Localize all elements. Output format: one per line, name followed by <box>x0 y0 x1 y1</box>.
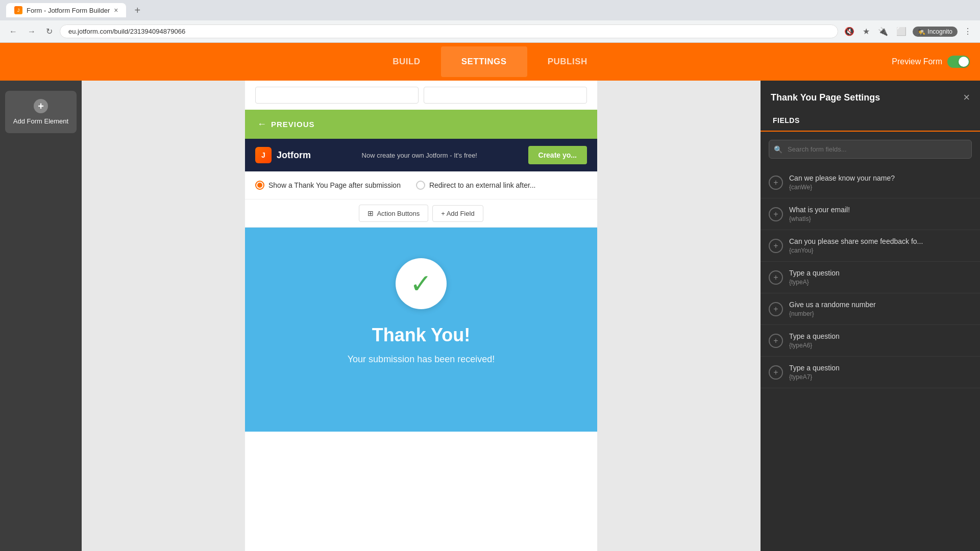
address-bar[interactable]: eu.jotform.com/build/231394094879066 <box>60 24 838 38</box>
prev-button-label: PREVIOUS <box>271 120 315 129</box>
field-info-5: Type a question {typeA6} <box>789 332 972 349</box>
form-canvas: ← PREVIOUS J Jotform Now create your own… <box>82 81 761 551</box>
app-header-nav: BUILD SETTINGS PUBLISH <box>372 46 608 77</box>
field-key-2: {canYou} <box>789 247 972 254</box>
field-item: + Type a question {typeA} <box>761 262 980 293</box>
tab-close-button[interactable]: × <box>114 6 118 14</box>
field-name-0: Can we please know your name? <box>789 174 972 182</box>
action-buttons-icon: ⊞ <box>368 209 374 217</box>
thankyou-title: Thank You! <box>372 324 471 346</box>
field-name-5: Type a question <box>789 332 972 340</box>
panel-tabs: FIELDS <box>761 110 980 132</box>
add-field-button[interactable]: + Add Field <box>432 205 483 222</box>
bookmark-icon[interactable]: ★ <box>861 24 872 38</box>
url-text: eu.jotform.com/build/231394094879066 <box>68 28 829 35</box>
browser-chrome: J Form - Jotform Form Builder × + ← → ↻ … <box>0 0 980 43</box>
redirect-option[interactable]: Redirect to an external link after... <box>416 181 536 190</box>
field-info-6: Type a question {typeA7} <box>789 364 972 381</box>
field-info-2: Can you please share some feedback fo...… <box>789 237 972 254</box>
toggle-knob <box>959 57 969 67</box>
field-info-1: What is your email! {whatIs} <box>789 206 972 222</box>
form-canvas-inner: ← PREVIOUS J Jotform Now create your own… <box>245 81 597 551</box>
tab-build[interactable]: BUILD <box>372 46 440 77</box>
field-add-button-1[interactable]: + <box>769 207 783 221</box>
field-key-5: {typeA6} <box>789 342 972 349</box>
browser-tab[interactable]: J Form - Jotform Form Builder × <box>6 3 126 17</box>
action-buttons-row: ⊞ Action Buttons + Add Field <box>245 199 597 228</box>
field-add-button-3[interactable]: + <box>769 270 783 285</box>
field-item: + Can you please share some feedback fo.… <box>761 230 980 262</box>
create-button[interactable]: Create yo... <box>528 146 587 164</box>
field-item: + Type a question {typeA7} <box>761 357 980 388</box>
field-info-4: Give us a randome number {number} <box>789 300 972 317</box>
top-input-row <box>245 81 597 110</box>
search-box: 🔍 <box>769 140 972 159</box>
field-add-button-4[interactable]: + <box>769 302 783 316</box>
add-element-icon: + <box>34 99 48 113</box>
browser-toolbar: ← → ↻ eu.jotform.com/build/2313940948790… <box>0 20 980 43</box>
add-field-label: + Add Field <box>441 210 474 217</box>
prev-section: ← PREVIOUS <box>245 110 597 139</box>
field-add-button-2[interactable]: + <box>769 239 783 253</box>
incognito-badge: 🕵 Incognito <box>913 27 958 37</box>
window-icon[interactable]: ⬜ <box>894 24 909 38</box>
tab-title: Form - Jotform Form Builder <box>27 7 110 14</box>
top-input-1[interactable] <box>255 87 419 104</box>
search-icon: 🔍 <box>774 145 782 154</box>
preview-form-section: Preview Form <box>892 56 970 68</box>
thankyou-options: Show a Thank You Page after submission R… <box>245 171 597 199</box>
mute-icon[interactable]: 🔇 <box>842 24 856 38</box>
main-layout: + Add Form Element ← PREVIOUS J <box>0 81 980 551</box>
redirect-radio[interactable] <box>416 181 425 190</box>
fields-list: + Can we please know your name? {canWe} … <box>761 167 980 551</box>
field-key-0: {canWe} <box>789 184 972 191</box>
previous-button[interactable]: ← PREVIOUS <box>245 110 327 139</box>
redirect-label: Redirect to an external link after... <box>429 181 536 189</box>
add-form-element-button[interactable]: + Add Form Element <box>5 91 77 133</box>
prev-arrow-icon: ← <box>257 119 267 130</box>
jotform-logo-icon: J <box>255 147 272 163</box>
field-item: + What is your email! {whatIs} <box>761 198 980 230</box>
app-header: BUILD SETTINGS PUBLISH Preview Form <box>0 43 980 81</box>
field-add-button-0[interactable]: + <box>769 176 783 190</box>
show-thankyou-label: Show a Thank You Page after submission <box>268 181 401 189</box>
preview-form-toggle[interactable] <box>947 56 970 68</box>
field-key-4: {number} <box>789 310 972 317</box>
panel-header: Thank You Page Settings × <box>761 81 980 104</box>
action-buttons-button[interactable]: ⊞ Action Buttons <box>359 205 428 222</box>
search-input[interactable] <box>769 140 972 159</box>
field-key-6: {typeA7} <box>789 373 972 381</box>
checkmark-circle: ✓ <box>396 258 447 309</box>
back-button[interactable]: ← <box>6 25 20 38</box>
checkmark-icon: ✓ <box>410 270 432 297</box>
show-thankyou-option[interactable]: Show a Thank You Page after submission <box>255 181 401 190</box>
field-add-button-5[interactable]: + <box>769 334 783 348</box>
preview-form-label: Preview Form <box>892 57 942 66</box>
jotform-logo-text: Jotform <box>277 150 311 161</box>
field-key-3: {typeA} <box>789 279 972 286</box>
panel-close-button[interactable]: × <box>963 91 970 104</box>
browser-menu-button[interactable]: ⋮ <box>962 24 974 38</box>
tab-publish[interactable]: PUBLISH <box>527 46 608 77</box>
search-wrapper: 🔍 <box>769 140 972 159</box>
field-item: + Give us a randome number {number} <box>761 293 980 325</box>
field-name-4: Give us a randome number <box>789 300 972 309</box>
banner-promo-text: Now create your own Jotform - It's free! <box>362 152 477 159</box>
incognito-label: Incognito <box>927 28 952 35</box>
browser-titlebar: J Form - Jotform Form Builder × + <box>0 0 980 20</box>
field-item: + Type a question {typeA6} <box>761 325 980 357</box>
show-thankyou-radio[interactable] <box>255 181 264 190</box>
tab-favicon: J <box>14 6 22 14</box>
extensions-icon[interactable]: 🔌 <box>876 24 890 38</box>
tab-settings[interactable]: SETTINGS <box>441 46 527 77</box>
add-element-label: Add Form Element <box>13 117 68 125</box>
field-add-button-6[interactable]: + <box>769 365 783 380</box>
tab-fields[interactable]: FIELDS <box>761 110 812 132</box>
refresh-button[interactable]: ↻ <box>43 24 56 38</box>
field-item: + Can we please know your name? {canWe} <box>761 167 980 198</box>
new-tab-button[interactable]: + <box>130 4 144 17</box>
top-input-2[interactable] <box>424 87 587 104</box>
forward-button[interactable]: → <box>24 25 39 38</box>
right-panel: Thank You Page Settings × FIELDS 🔍 + Can… <box>761 81 980 551</box>
thankyou-subtitle: Your submission has been received! <box>348 354 495 365</box>
